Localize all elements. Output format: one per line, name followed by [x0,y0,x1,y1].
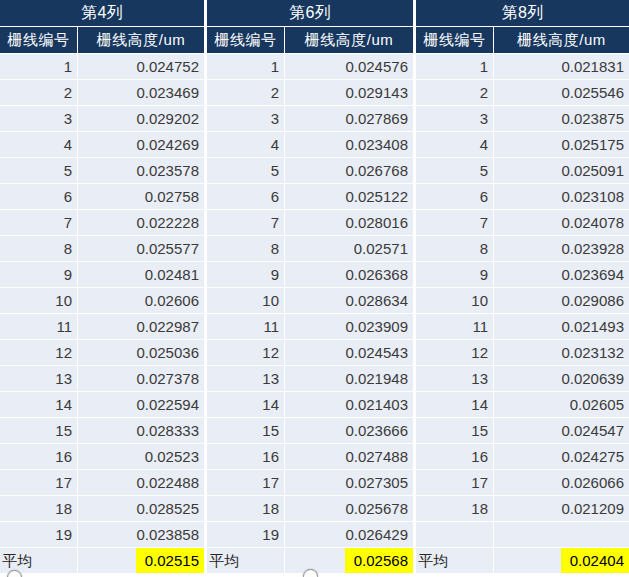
height-value-cell[interactable] [494,522,629,547]
row-number-cell[interactable]: 13 [0,366,77,391]
average-value-cell[interactable]: 0.02404 [494,548,629,573]
row-number-cell[interactable]: 9 [416,262,493,287]
height-value-cell[interactable]: 0.02605 [494,392,629,417]
col-header-cell[interactable]: 栅线高度/um [494,27,629,53]
height-value-cell[interactable]: 0.028525 [78,496,204,521]
row-number-cell[interactable]: 18 [207,496,284,521]
row-number-cell[interactable]: 5 [0,158,77,183]
row-number-cell[interactable]: 12 [207,340,284,365]
row-number-cell[interactable]: 12 [0,340,77,365]
height-value-cell[interactable]: 0.029086 [494,288,629,313]
average-value-cell[interactable]: 0.02515 [78,548,204,573]
row-number-cell[interactable]: 2 [0,80,77,105]
height-value-cell[interactable]: 0.02606 [78,288,204,313]
row-number-cell[interactable]: 2 [207,80,284,105]
row-number-cell[interactable]: 9 [0,262,77,287]
row-number-cell[interactable]: 17 [416,470,493,495]
height-value-cell[interactable]: 0.023909 [285,314,413,339]
height-value-cell[interactable]: 0.023858 [78,522,204,547]
row-number-cell[interactable]: 19 [207,522,284,547]
height-value-cell[interactable]: 0.021209 [494,496,629,521]
height-value-cell[interactable]: 0.028634 [285,288,413,313]
height-value-cell[interactable]: 0.025036 [78,340,204,365]
row-number-cell[interactable]: 1 [0,54,77,79]
row-number-cell[interactable]: 16 [0,444,77,469]
row-number-cell[interactable]: 7 [207,210,284,235]
row-number-cell[interactable]: 10 [207,288,284,313]
row-number-cell[interactable]: 16 [416,444,493,469]
height-value-cell[interactable]: 0.024078 [494,210,629,235]
height-value-cell[interactable]: 0.027378 [78,366,204,391]
height-value-cell[interactable]: 0.025678 [285,496,413,521]
group-header-cell[interactable]: 第6列 [207,0,413,26]
row-number-cell[interactable]: 6 [416,184,493,209]
height-value-cell[interactable]: 0.027488 [285,444,413,469]
row-number-cell[interactable]: 14 [207,392,284,417]
row-number-cell[interactable]: 15 [0,418,77,443]
height-value-cell[interactable]: 0.021831 [494,54,629,79]
height-value-cell[interactable]: 0.026368 [285,262,413,287]
row-number-cell[interactable]: 7 [416,210,493,235]
row-number-cell[interactable]: 9 [207,262,284,287]
row-number-cell[interactable]: 15 [416,418,493,443]
row-number-cell[interactable]: 15 [207,418,284,443]
row-number-cell[interactable]: 13 [207,366,284,391]
height-value-cell[interactable]: 0.023469 [78,80,204,105]
row-number-cell[interactable] [416,522,493,547]
row-number-cell[interactable]: 18 [0,496,77,521]
row-number-cell[interactable]: 5 [416,158,493,183]
height-value-cell[interactable]: 0.023132 [494,340,629,365]
col-header-cell[interactable]: 栅线编号 [207,27,284,53]
height-value-cell[interactable]: 0.029143 [285,80,413,105]
height-value-cell[interactable]: 0.023578 [78,158,204,183]
height-value-cell[interactable]: 0.024275 [494,444,629,469]
row-number-cell[interactable]: 6 [0,184,77,209]
row-number-cell[interactable]: 13 [416,366,493,391]
col-header-cell[interactable]: 栅线高度/um [78,27,204,53]
row-number-cell[interactable]: 14 [416,392,493,417]
row-number-cell[interactable]: 5 [207,158,284,183]
row-number-cell[interactable]: 10 [0,288,77,313]
height-value-cell[interactable]: 0.024752 [78,54,204,79]
group-header-cell[interactable]: 第4列 [0,0,204,26]
height-value-cell[interactable]: 0.024543 [285,340,413,365]
height-value-cell[interactable]: 0.023666 [285,418,413,443]
row-number-cell[interactable]: 4 [416,132,493,157]
average-label-cell[interactable]: 平均 [416,548,493,573]
row-number-cell[interactable]: 16 [207,444,284,469]
height-value-cell[interactable]: 0.021403 [285,392,413,417]
height-value-cell[interactable]: 0.028333 [78,418,204,443]
height-value-cell[interactable]: 0.024269 [78,132,204,157]
height-value-cell[interactable]: 0.028016 [285,210,413,235]
col-header-cell[interactable]: 栅线编号 [0,27,77,53]
height-value-cell[interactable]: 0.023928 [494,236,629,261]
row-number-cell[interactable]: 14 [0,392,77,417]
row-number-cell[interactable]: 8 [0,236,77,261]
row-number-cell[interactable]: 18 [416,496,493,521]
row-number-cell[interactable]: 8 [207,236,284,261]
height-value-cell[interactable]: 0.02481 [78,262,204,287]
row-number-cell[interactable]: 2 [416,80,493,105]
height-value-cell[interactable]: 0.025091 [494,158,629,183]
average-label-cell[interactable]: 平均 [207,548,284,573]
row-number-cell[interactable]: 6 [207,184,284,209]
row-number-cell[interactable]: 12 [416,340,493,365]
average-value-cell[interactable]: 0.02568 [285,548,413,573]
average-label-cell[interactable]: 平均 [0,548,77,573]
height-value-cell[interactable]: 0.026768 [285,158,413,183]
height-value-cell[interactable]: 0.023108 [494,184,629,209]
height-value-cell[interactable]: 0.027869 [285,106,413,131]
height-value-cell[interactable]: 0.022987 [78,314,204,339]
row-number-cell[interactable]: 17 [0,470,77,495]
row-number-cell[interactable]: 3 [416,106,493,131]
height-value-cell[interactable]: 0.026429 [285,522,413,547]
group-header-cell[interactable]: 第8列 [416,0,629,26]
height-value-cell[interactable]: 0.024547 [494,418,629,443]
height-value-cell[interactable]: 0.022594 [78,392,204,417]
height-value-cell[interactable]: 0.021948 [285,366,413,391]
row-number-cell[interactable]: 11 [207,314,284,339]
height-value-cell[interactable]: 0.025577 [78,236,204,261]
height-value-cell[interactable]: 0.025122 [285,184,413,209]
height-value-cell[interactable]: 0.027305 [285,470,413,495]
row-number-cell[interactable]: 8 [416,236,493,261]
